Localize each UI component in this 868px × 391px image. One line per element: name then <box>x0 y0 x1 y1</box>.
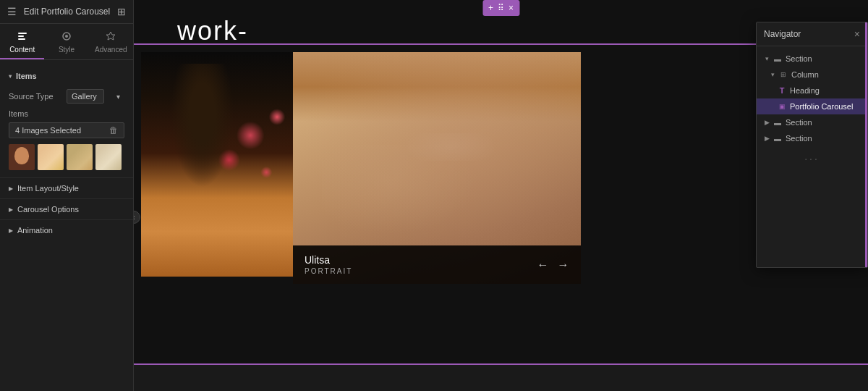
nav-section3-icon: ▬ <box>773 133 783 143</box>
left-panel: ☰ Edit Portfolio Carousel ⊞ Content Sty <box>0 0 134 391</box>
items-section-label: Items <box>16 72 37 80</box>
caption-type: Portrait <box>305 267 352 275</box>
navigator-title: Navigator <box>764 29 801 39</box>
caption-arrows: ← → <box>537 258 569 272</box>
source-type-label: Source Type <box>9 92 67 101</box>
nav-column-arrow: ▾ <box>770 72 775 77</box>
hamburger-icon[interactable]: ☰ <box>7 6 17 17</box>
trash-icon[interactable]: 🗑 <box>109 125 118 135</box>
nav-section3-arrow: ▶ <box>764 135 770 141</box>
canvas-toolbar: + ⠿ × <box>482 0 519 16</box>
content-tab-icon <box>16 30 29 43</box>
nav-item-portfolio-carousel[interactable]: ▣ Portfolio Carousel <box>757 98 867 114</box>
animation-section-header[interactable]: ▶ Animation <box>0 219 133 240</box>
carousel-options-label: Carousel Options <box>17 205 79 214</box>
advanced-tab-icon <box>104 30 117 43</box>
advanced-tab-label: Advanced <box>95 46 127 54</box>
style-tab-label: Style <box>59 46 75 54</box>
nav-section2-icon: ▬ <box>773 117 783 127</box>
svg-point-4 <box>65 35 68 38</box>
person-shadow <box>164 64 240 188</box>
items-selected-badge: 4 Images Selected 🗑 <box>9 122 124 138</box>
nav-carousel-icon: ▣ <box>777 101 787 112</box>
panel-title: Edit Portfolio Carousel <box>24 7 110 17</box>
nav-active-stripe <box>865 22 867 267</box>
main-canvas: + ⠿ × ‹ work- <box>134 0 868 391</box>
nav-section2-label: Section <box>786 118 812 127</box>
carousel-options-section-header[interactable]: ▶ Carousel Options <box>0 198 133 219</box>
items-selected-count: 4 Images Selected <box>15 126 81 135</box>
hair-area <box>293 52 581 122</box>
nav-item-section-1[interactable]: ▾ ▬ Section <box>757 51 867 67</box>
carousel-options-arrow-icon: ▶ <box>9 206 13 213</box>
nav-section2-arrow: ▶ <box>764 119 770 125</box>
nav-item-section-2[interactable]: ▶ ▬ Section <box>757 114 867 130</box>
grid-icon[interactable]: ⊞ <box>117 6 126 17</box>
thumb-2[interactable] <box>38 144 64 170</box>
source-type-row: Source Type Gallery Custom <box>9 89 124 104</box>
nav-item-section-3[interactable]: ▶ ▬ Section <box>757 130 867 146</box>
thumb-4[interactable] <box>95 144 122 170</box>
style-tab-icon <box>60 30 73 43</box>
item-layout-arrow-icon: ▶ <box>9 185 13 192</box>
navigator-panel: Navigator × ▾ ▬ Section ▾ ⊞ Column T Hea… <box>756 22 868 268</box>
svg-rect-2 <box>18 38 25 40</box>
nav-section1-arrow: ▾ <box>764 56 770 62</box>
canvas-heading: work- <box>177 16 248 46</box>
carousel-side-image <box>141 52 293 277</box>
items-section-header[interactable]: ▾ Items <box>0 67 133 85</box>
items-arrow-icon: ▾ <box>9 73 12 80</box>
prev-arrow[interactable]: ← <box>537 258 549 272</box>
animation-label: Animation <box>17 226 53 235</box>
nav-column-icon: ⊞ <box>778 70 788 80</box>
thumb-1[interactable] <box>9 144 35 170</box>
item-layout-label: Item Layout/Style <box>17 184 79 193</box>
caption-bar: Ulitsa Portrait ← → <box>293 245 581 284</box>
caption-text: Ulitsa Portrait <box>305 254 352 275</box>
caption-name: Ulitsa <box>305 254 352 266</box>
svg-rect-1 <box>18 35 24 37</box>
nav-dots: ... <box>757 146 867 167</box>
nav-item-heading[interactable]: T Heading <box>757 83 867 98</box>
navigator-close-button[interactable]: × <box>854 28 860 40</box>
tab-advanced[interactable]: Advanced <box>89 24 133 59</box>
canvas-close-icon[interactable]: × <box>509 3 514 13</box>
items-section-body: Source Type Gallery Custom Items 4 Image… <box>0 85 133 177</box>
skin-highlight <box>322 145 495 237</box>
next-arrow[interactable]: → <box>558 258 569 272</box>
item-layout-section-header[interactable]: ▶ Item Layout/Style <box>0 177 133 198</box>
content-tab-label: Content <box>9 46 35 54</box>
nav-heading-label: Heading <box>790 86 820 95</box>
svg-rect-0 <box>18 33 27 34</box>
nav-carousel-label: Portfolio Carousel <box>790 102 853 111</box>
panel-content: ▾ Items Source Type Gallery Custom Items… <box>0 60 133 391</box>
nav-section1-label: Section <box>786 54 812 63</box>
navigator-tree: ▾ ▬ Section ▾ ⊞ Column T Heading ▣ Portf… <box>757 46 867 171</box>
thumbnail-grid <box>9 144 124 170</box>
panel-header: ☰ Edit Portfolio Carousel ⊞ <box>0 0 133 24</box>
tab-content[interactable]: Content <box>0 24 44 59</box>
canvas-footer <box>134 365 868 391</box>
source-type-select[interactable]: Gallery Custom <box>67 89 104 104</box>
eye-highlight <box>408 133 494 161</box>
carousel-main-image: Ulitsa Portrait ← → <box>293 52 581 284</box>
nav-section3-label: Section <box>786 134 812 143</box>
move-icon[interactable]: ⠿ <box>498 3 504 13</box>
source-type-select-wrapper: Gallery Custom <box>67 89 124 104</box>
add-icon[interactable]: + <box>488 3 493 13</box>
animation-arrow-icon: ▶ <box>9 227 13 234</box>
items-label-row: Items <box>9 109 124 118</box>
tab-style[interactable]: Style <box>44 24 88 59</box>
nav-section1-icon: ▬ <box>773 54 783 64</box>
navigator-header: Navigator × <box>757 22 867 46</box>
nav-heading-icon: T <box>777 85 787 96</box>
items-sub-label: Items <box>9 109 28 118</box>
panel-tabs: Content Style Advanced <box>0 24 133 60</box>
nav-item-column[interactable]: ▾ ⊞ Column <box>757 67 867 83</box>
thumb-3[interactable] <box>67 144 93 170</box>
nav-column-label: Column <box>791 70 819 79</box>
flowers-image <box>141 52 293 277</box>
